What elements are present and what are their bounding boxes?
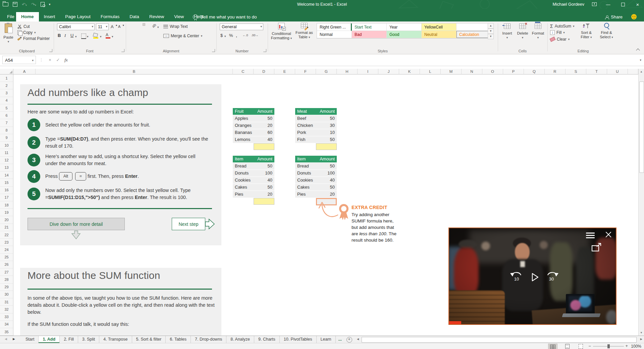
answer-cell-yellow[interactable]: [254, 198, 274, 205]
restore-button[interactable]: [619, 2, 627, 7]
next-sheet-icon[interactable]: ▶: [13, 337, 15, 341]
sheet-tab-learn[interactable]: Learn: [317, 336, 336, 343]
item-cell[interactable]: Cakes: [233, 184, 254, 191]
zoom-level[interactable]: 100%: [628, 344, 641, 349]
share-person-icon: [605, 15, 608, 18]
sheet-tab-10-pivottables[interactable]: 10. PivotTables: [280, 336, 317, 343]
sheet-tabs-overflow[interactable]: ...: [338, 336, 342, 343]
ribbon-tab-formulas[interactable]: Formulas: [96, 12, 124, 21]
answer-cell-yellow[interactable]: [316, 143, 337, 150]
amount-cell[interactable]: 100: [254, 170, 274, 177]
video-popout-icon[interactable]: [591, 242, 602, 252]
item-cell[interactable]: Pies: [233, 191, 254, 198]
item-cell[interactable]: Pork: [295, 129, 316, 136]
sheet-tab-9-charts[interactable]: 9. Charts: [254, 336, 280, 343]
amount-cell[interactable]: 50: [316, 115, 337, 122]
sheet-tab-2-fill[interactable]: 2. Fill: [60, 336, 78, 343]
amount-cell[interactable]: 40: [316, 177, 337, 184]
item-cell[interactable]: Bread: [295, 163, 316, 169]
amount-cell[interactable]: 30: [316, 122, 337, 129]
item-cell[interactable]: Chicken: [295, 122, 316, 129]
ribbon-tab-page-layout[interactable]: Page Layout: [60, 12, 96, 21]
prev-sheet-icon[interactable]: ◀: [5, 337, 7, 341]
minimize-button[interactable]: —: [604, 2, 612, 7]
item-cell[interactable]: Bananas: [233, 129, 254, 136]
amount-cell[interactable]: 50: [254, 115, 274, 122]
amount-cell[interactable]: 100: [316, 170, 337, 177]
ribbon-tab-insert[interactable]: Insert: [39, 12, 60, 21]
amount-cell[interactable]: 50: [254, 184, 274, 191]
next-step-button[interactable]: Next step: [172, 218, 205, 230]
amount-cell[interactable]: 50: [316, 163, 337, 169]
ribbon-tab-home[interactable]: Home: [16, 12, 39, 21]
table-items-2-header: ItemAmount: [295, 156, 337, 162]
item-cell[interactable]: Cookies: [233, 177, 254, 184]
amount-cell[interactable]: 50: [316, 184, 337, 191]
share-button[interactable]: Share: [605, 12, 623, 21]
amount-cell[interactable]: 20: [254, 191, 274, 198]
sheet-tab-8-analyze[interactable]: 8. Analyze: [226, 336, 254, 343]
amount-cell[interactable]: 60: [254, 129, 274, 136]
horizontal-scrollbar[interactable]: ◀ ▶: [356, 336, 644, 343]
video-player[interactable]: 10 30: [448, 228, 616, 325]
tell-me-box[interactable]: Tell me what you want to do: [193, 12, 257, 21]
table-items-2: ItemAmountBread50Donuts100Cookies40Cakes…: [295, 156, 337, 205]
item-cell[interactable]: Fish: [295, 136, 316, 143]
video-menu-icon[interactable]: [586, 233, 595, 240]
sheet-tab-3-split[interactable]: 3. Split: [78, 336, 99, 343]
horizontal-scroll-thumb[interactable]: [362, 337, 637, 343]
zoom-in-icon[interactable]: +: [625, 343, 628, 348]
ribbon-tab-data[interactable]: Data: [124, 12, 144, 21]
header-cell: Amount: [254, 108, 274, 115]
amount-cell[interactable]: 50: [316, 136, 337, 143]
text-segment: . The result is 100.: [147, 195, 187, 200]
answer-cell-yellow[interactable]: [254, 143, 274, 150]
ribbon-tab-review[interactable]: Review: [144, 12, 169, 21]
item-cell[interactable]: Apples: [233, 115, 254, 122]
zoom-slider-handle[interactable]: [607, 344, 610, 348]
ribbon-display-options-icon[interactable]: [592, 2, 597, 7]
sheet-tab-1-add[interactable]: 1. Add: [39, 336, 60, 343]
item-cell[interactable]: Lemons: [233, 136, 254, 143]
item-cell[interactable]: Donuts: [233, 170, 254, 177]
sheet-tab-start[interactable]: Start: [21, 336, 39, 343]
video-play-icon[interactable]: [531, 272, 539, 282]
dive-down-button[interactable]: Dive down for more detail: [28, 218, 125, 230]
amount-cell[interactable]: 20: [316, 191, 337, 198]
sheet-tab-7-drop-downs[interactable]: 7. Drop-downs: [191, 336, 226, 343]
page-break-view-button[interactable]: [576, 344, 585, 349]
item-cell[interactable]: Beef: [295, 115, 316, 122]
item-cell[interactable]: Cakes: [295, 184, 316, 191]
tutorial-card-add: Add numbers like a champ Here are some w…: [20, 84, 221, 245]
sheet-tab-5-sort-filter[interactable]: 5. Sort & filter: [132, 336, 166, 343]
normal-view-button[interactable]: [548, 344, 557, 349]
text-segment: Enter: [125, 173, 138, 179]
sheet-tab-4-transpose[interactable]: 4. Transpose: [99, 336, 132, 343]
hscroll-right-icon[interactable]: ▶: [640, 338, 642, 341]
titlebar-controls: Michael Gordeev — ×: [553, 0, 642, 9]
item-cell[interactable]: Pies: [295, 191, 316, 198]
item-cell[interactable]: Cookies: [295, 177, 316, 184]
item-cell[interactable]: Donuts: [295, 170, 316, 177]
page-layout-view-button[interactable]: [563, 344, 572, 349]
text-segment: Select the yellow cell under the amounts…: [45, 122, 150, 128]
text-segment: less than 100: [359, 231, 386, 236]
amount-cell[interactable]: 50: [254, 163, 274, 169]
amount-cell[interactable]: 40: [254, 177, 274, 184]
video-close-icon[interactable]: [605, 231, 612, 238]
video-progress-bar[interactable]: [449, 321, 461, 324]
close-button[interactable]: ×: [634, 2, 641, 7]
zoom-out-icon[interactable]: −: [588, 344, 591, 349]
amount-cell[interactable]: 10: [316, 129, 337, 136]
amount-cell[interactable]: 40: [254, 136, 274, 143]
hscroll-left-icon[interactable]: ◀: [357, 338, 359, 341]
ribbon-tab-view[interactable]: View: [169, 12, 189, 21]
new-sheet-button[interactable]: +: [346, 337, 352, 343]
tutorial-card-sum: More about the SUM function In some of t…: [20, 268, 221, 336]
item-cell[interactable]: Oranges: [233, 122, 254, 129]
card2-title-rule: [28, 289, 212, 290]
item-cell[interactable]: Bread: [233, 163, 254, 169]
amount-cell[interactable]: 20: [254, 122, 274, 129]
feedback-smiley-icon[interactable]: [631, 14, 637, 19]
sheet-tab-6-tables[interactable]: 6. Tables: [166, 336, 191, 343]
